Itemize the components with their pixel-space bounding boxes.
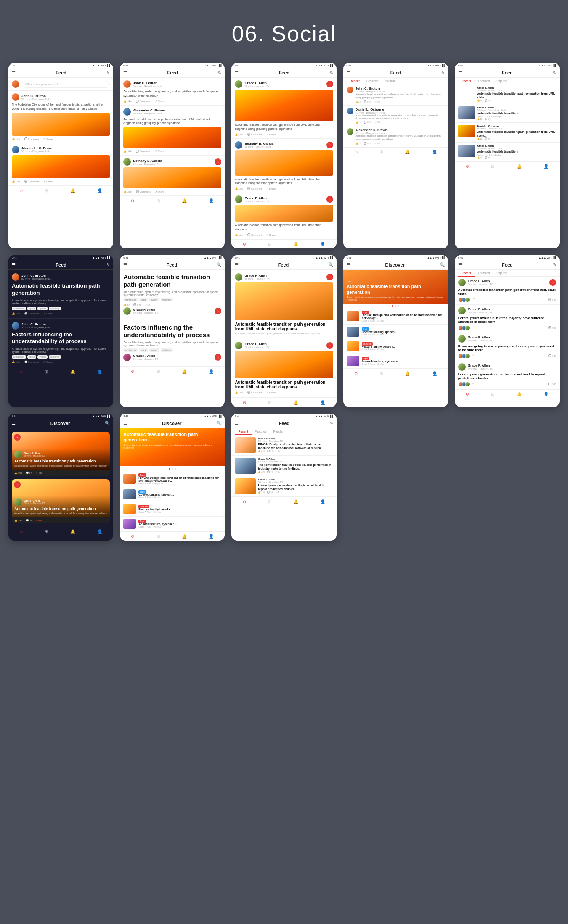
search-icon-11[interactable]: 🔍 bbox=[105, 421, 110, 425]
menu-icon-4[interactable]: ☰ bbox=[347, 71, 350, 75]
comment-2a[interactable]: 💬 Comment bbox=[136, 100, 151, 103]
discover-item-9c[interactable]: Featured Feature-family-based r... Grace… bbox=[343, 339, 448, 354]
menu-icon[interactable]: ☰ bbox=[12, 71, 16, 75]
bell-nav-5[interactable]: 🔔 bbox=[517, 164, 522, 169]
search-icon-8[interactable]: 🔍 bbox=[328, 262, 333, 267]
dark-comment-1[interactable]: 💬 Comment bbox=[24, 312, 39, 315]
menu-icon-3[interactable]: ☰ bbox=[235, 71, 239, 75]
share-3b[interactable]: ↗ Share bbox=[266, 187, 276, 190]
home-nav-7[interactable]: ⊙ bbox=[131, 369, 134, 374]
tab-recent-4[interactable]: Recent bbox=[347, 78, 363, 84]
like-2c[interactable]: 👍 Like bbox=[123, 190, 132, 193]
bookmark-11b[interactable]: 🔖 bbox=[14, 481, 21, 488]
bell-nav-2[interactable]: 🔔 bbox=[182, 198, 187, 203]
like-3a[interactable]: 👍 Like bbox=[235, 133, 243, 136]
tab-featured-13[interactable]: Featured bbox=[252, 428, 270, 435]
dark-like-2[interactable]: 👍 Like bbox=[12, 360, 20, 363]
bell-nav-11[interactable]: 🔔 bbox=[70, 529, 75, 534]
bell-nav-8[interactable]: 🔔 bbox=[293, 400, 298, 405]
bell-nav-7[interactable]: 🔔 bbox=[182, 369, 187, 374]
user-nav-12[interactable]: 👤 bbox=[209, 534, 214, 539]
bookmark-7[interactable]: 🔖 bbox=[215, 308, 221, 314]
grid-nav-7[interactable]: ⊞ bbox=[157, 369, 160, 374]
comment-3b[interactable]: 💬 Comment bbox=[247, 187, 262, 190]
home-nav-3[interactable]: ⊙ bbox=[243, 242, 246, 246]
edit-icon-13[interactable]: ✎ bbox=[330, 421, 333, 425]
grid-nav-2[interactable]: ⊞ bbox=[157, 198, 160, 203]
home-nav-5[interactable]: ⊙ bbox=[466, 164, 469, 169]
grid-nav-1[interactable]: ⊞ bbox=[45, 188, 48, 193]
user-nav-1[interactable]: 👤 bbox=[97, 188, 102, 193]
tab-recent-13[interactable]: Recent bbox=[235, 428, 251, 435]
comment-3c[interactable]: 💬 Comment bbox=[247, 233, 262, 236]
comment-3a[interactable]: 💬 Comment bbox=[247, 133, 262, 136]
home-nav-6[interactable]: ⊙ bbox=[19, 370, 23, 374]
tab-popular-10[interactable]: Popular bbox=[493, 270, 510, 276]
home-nav-9[interactable]: ⊙ bbox=[354, 371, 358, 376]
home-nav-13[interactable]: ⊙ bbox=[243, 499, 246, 504]
menu-icon-9[interactable]: ☰ bbox=[347, 262, 350, 267]
grid-nav-5[interactable]: ⊞ bbox=[491, 164, 494, 169]
tab-featured-10[interactable]: Featured bbox=[475, 270, 493, 276]
user-nav-5[interactable]: 👤 bbox=[544, 164, 549, 169]
menu-icon-10[interactable]: ☰ bbox=[458, 262, 462, 267]
user-nav-7[interactable]: 👤 bbox=[209, 369, 214, 374]
user-nav-4[interactable]: 👤 bbox=[432, 150, 437, 154]
dark-share-1[interactable]: ↗ Share bbox=[43, 312, 53, 315]
bookmark-8b[interactable]: 🔖 bbox=[326, 342, 333, 349]
tab-recent-10[interactable]: Recent bbox=[458, 270, 475, 276]
search-icon-7[interactable]: 🔍 bbox=[216, 262, 221, 267]
user-nav-8[interactable]: 👤 bbox=[320, 400, 325, 405]
like-btn-2[interactable]: 👍 Like bbox=[12, 180, 20, 183]
menu-icon-12[interactable]: ☰ bbox=[123, 421, 127, 425]
edit-icon-2[interactable]: ✎ bbox=[218, 71, 221, 75]
like-2b[interactable]: 👍 Like bbox=[123, 150, 132, 153]
share-btn-1[interactable]: ↗ Share bbox=[43, 137, 53, 140]
edit-icon-4[interactable]: ✎ bbox=[441, 71, 445, 75]
edit-icon-1[interactable]: ✎ bbox=[106, 71, 110, 75]
user-nav-10[interactable]: 👤 bbox=[544, 392, 549, 396]
menu-icon-7[interactable]: ☰ bbox=[123, 262, 127, 267]
user-nav-2[interactable]: 👤 bbox=[209, 198, 214, 203]
comment-2b[interactable]: 💬 Comment bbox=[136, 150, 151, 153]
home-nav-11[interactable]: ⊙ bbox=[19, 529, 23, 534]
home-nav-10[interactable]: ⊙ bbox=[466, 392, 469, 396]
search-icon-9[interactable]: 🔍 bbox=[440, 262, 445, 267]
menu-icon-8[interactable]: ☰ bbox=[235, 262, 239, 267]
menu-icon-6[interactable]: ☰ bbox=[12, 262, 16, 267]
bookmark-7b[interactable]: 🔖 bbox=[215, 354, 221, 361]
comment-8b[interactable]: 💬 Comment bbox=[247, 391, 262, 394]
dark-like-1[interactable]: 👍 Like bbox=[12, 312, 20, 315]
discover-item-12c[interactable]: Featured Feature-family-based r... Grace… bbox=[120, 502, 225, 517]
grid-nav-13[interactable]: ⊞ bbox=[268, 499, 271, 504]
bookmark-3c[interactable]: 🔖 bbox=[326, 196, 333, 203]
tab-popular-5[interactable]: Popular bbox=[493, 78, 510, 84]
user-nav-3[interactable]: 👤 bbox=[320, 242, 325, 246]
tab-popular-4[interactable]: Popular bbox=[382, 78, 398, 84]
user-nav-13[interactable]: 👤 bbox=[320, 499, 325, 504]
share-2b[interactable]: ↗ Share bbox=[155, 150, 165, 153]
share-2a[interactable]: ↗ Share bbox=[155, 100, 165, 103]
search-icon-12[interactable]: 🔍 bbox=[216, 421, 221, 425]
user-nav-6[interactable]: 👤 bbox=[97, 370, 102, 374]
comment-btn-2[interactable]: 💬 Comment bbox=[24, 180, 39, 183]
share-btn-2[interactable]: ↗ Share bbox=[43, 180, 53, 183]
share-2c[interactable]: ↗ Share bbox=[155, 190, 165, 193]
tab-recent-5[interactable]: Recent bbox=[458, 78, 475, 84]
tab-featured-5[interactable]: Featured bbox=[475, 78, 493, 84]
bell-nav-9[interactable]: 🔔 bbox=[405, 371, 410, 376]
grid-nav-3[interactable]: ⊞ bbox=[268, 242, 271, 246]
bookmark-11a[interactable]: 🔖 bbox=[14, 434, 21, 441]
bookmark-3a[interactable]: 🔖 bbox=[326, 81, 333, 87]
home-nav-8[interactable]: ⊙ bbox=[243, 400, 246, 405]
like-2a[interactable]: 👍 Like bbox=[123, 100, 132, 103]
bell-nav-4[interactable]: 🔔 bbox=[405, 150, 410, 154]
user-nav-11[interactable]: 👤 bbox=[97, 529, 102, 534]
bookmark-3b[interactable]: 🔖 bbox=[326, 142, 333, 148]
bell-nav-12[interactable]: 🔔 bbox=[182, 534, 187, 539]
menu-icon-11[interactable]: ☰ bbox=[12, 421, 16, 425]
dark-share-2[interactable]: ↗ Share bbox=[43, 360, 53, 363]
home-nav-12[interactable]: ⊙ bbox=[131, 534, 134, 539]
discover-item-9a[interactable]: Topic RINGA: Design and verification of … bbox=[343, 309, 448, 325]
menu-icon-13[interactable]: ☰ bbox=[235, 421, 239, 425]
